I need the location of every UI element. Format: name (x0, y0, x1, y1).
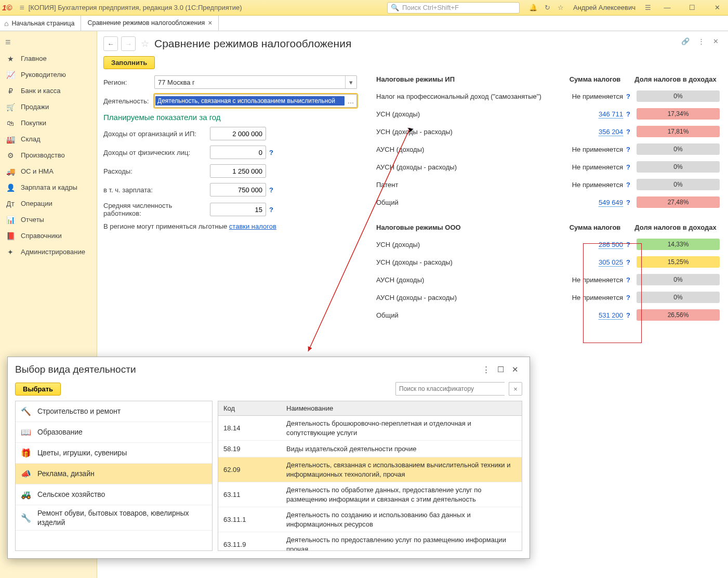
sidebar-item[interactable]: 👤Зарплата и кадры (0, 179, 97, 195)
help-icon[interactable]: ? (626, 146, 632, 153)
activity-combo[interactable]: Деятельность, связанная с использованием… (154, 94, 357, 108)
help-icon[interactable]: ? (626, 294, 632, 301)
result-row: АУСН (доходы)Не применяется?0% (376, 140, 720, 158)
global-search[interactable]: 🔍 Поиск Ctrl+Shift+F (387, 2, 520, 14)
help-icon[interactable]: ? (269, 206, 273, 214)
rates-link[interactable]: ставки налогов (229, 222, 276, 230)
nav-forward-button[interactable]: → (121, 36, 136, 51)
amount-link[interactable]: 356 204 (599, 128, 623, 136)
fill-button[interactable]: Заполнить (103, 56, 155, 69)
expenses-input[interactable] (210, 164, 266, 178)
headcount-input[interactable] (210, 203, 266, 216)
sidebar-toggle[interactable]: ≡ (0, 34, 97, 50)
result-row: Общий549 649?27,48% (376, 193, 720, 211)
settings-icon[interactable]: ☰ (645, 4, 651, 11)
star-icon[interactable]: ☆ (558, 4, 564, 11)
dropdown-icon[interactable]: ▾ (345, 76, 356, 88)
tab-compare-modes[interactable]: Сравнение режимов налогообложения × (81, 16, 219, 31)
category-item[interactable]: 🔧Ремонт обуви, бытовых товаров, ювелирны… (16, 505, 212, 531)
main-menu-icon[interactable]: ≡ (19, 3, 24, 12)
help-icon[interactable]: ? (626, 311, 632, 319)
category-list[interactable]: 🔨Строительство и ремонт📖Образование🎁Цвет… (15, 401, 213, 551)
regime-name: АУСН (доходы) (376, 276, 559, 284)
help-icon[interactable]: ? (626, 199, 632, 206)
sidebar-item-label: ОС и НМА (21, 167, 54, 175)
ind-income-input[interactable] (210, 146, 266, 159)
minimize-button[interactable]: — (658, 4, 676, 11)
sidebar-item[interactable]: 📊Отчеты (0, 212, 97, 228)
help-icon[interactable]: ? (626, 128, 632, 136)
sidebar-item[interactable]: ⚙Производство (0, 147, 97, 163)
dialog-search-input[interactable] (395, 382, 505, 396)
link-icon[interactable]: 🔗 (681, 37, 690, 45)
history-icon[interactable]: ↻ (545, 4, 550, 11)
amount-link[interactable]: 286 500 (599, 241, 623, 249)
code-row[interactable]: 18.14Деятельность брошюровочно-переплетн… (218, 416, 522, 441)
page-toolbar: ← → ☆ Сравнение режимов налогообложения (103, 36, 720, 51)
amount-link[interactable]: 346 711 (599, 110, 623, 119)
help-icon[interactable]: ? (269, 149, 273, 156)
amount-link[interactable]: 549 649 (599, 199, 623, 207)
name-cell: Деятельность по созданию и использованию… (283, 510, 522, 529)
category-item[interactable]: 🚜Сельское хозяйство (16, 484, 212, 505)
help-icon[interactable]: ? (626, 181, 632, 189)
share-bar: 0% (637, 143, 720, 155)
sidebar-item[interactable]: 🛒Продажи (0, 99, 97, 115)
bell-icon[interactable]: 🔔 (529, 4, 537, 11)
category-item[interactable]: 🔨Строительство и ремонт (16, 401, 212, 422)
code-row[interactable]: 62.09Деятельность, связанная с использов… (218, 457, 522, 482)
page-close-icon[interactable]: ✕ (713, 37, 719, 45)
result-row: УСН (доходы - расходы)356 204?17,81% (376, 123, 720, 140)
sidebar-item[interactable]: 🛍Покупки (0, 115, 97, 131)
sidebar-item-label: Администрирование (21, 248, 85, 256)
dialog-maximize-icon[interactable]: ☐ (493, 365, 508, 374)
help-icon[interactable]: ? (626, 258, 632, 266)
sidebar-item-icon: ₽ (6, 87, 15, 95)
amount-link[interactable]: 531 200 (599, 311, 623, 320)
org-income-input[interactable] (210, 127, 266, 140)
help-icon[interactable]: ? (626, 93, 632, 100)
code-table-body[interactable]: 18.14Деятельность брошюровочно-переплетн… (218, 416, 522, 550)
category-label: Сельское хозяйство (37, 490, 105, 499)
sidebar-item[interactable]: 🏭Склад (0, 131, 97, 147)
share-bar: 0% (637, 90, 720, 102)
sidebar-item[interactable]: 📕Справочники (0, 228, 97, 244)
salary-input[interactable] (210, 183, 266, 196)
help-icon[interactable]: ? (626, 241, 632, 248)
sidebar-item[interactable]: 🚚ОС и НМА (0, 163, 97, 179)
help-icon[interactable]: ? (626, 163, 632, 171)
help-icon[interactable]: ? (626, 276, 632, 284)
category-label: Строительство и ремонт (37, 406, 121, 416)
tab-home[interactable]: ⌂ Начальная страница (0, 16, 81, 31)
name-header: Наименование (283, 404, 522, 412)
dialog-select-button[interactable]: Выбрать (15, 383, 61, 396)
code-row[interactable]: 63.11.9Деятельность по предоставлению ус… (218, 532, 522, 550)
current-user[interactable]: Андрей Алексеевич (573, 4, 636, 11)
code-row[interactable]: 63.11.1Деятельность по созданию и исполь… (218, 507, 522, 532)
dialog-more-icon[interactable]: ⋮ (479, 365, 493, 374)
maximize-button[interactable]: ☐ (683, 4, 701, 11)
close-button[interactable]: ✕ (708, 4, 726, 11)
region-combo[interactable]: 77 Москва г ▾ (154, 75, 357, 89)
more-icon[interactable]: ⋮ (698, 37, 705, 45)
favorite-icon[interactable]: ☆ (141, 38, 149, 49)
nav-back-button[interactable]: ← (103, 36, 118, 51)
sidebar-item[interactable]: 📈Руководителю (0, 67, 97, 83)
category-item[interactable]: 📣Реклама, дизайн (16, 464, 212, 484)
activity-select-button[interactable]: … (345, 97, 356, 105)
help-icon[interactable]: ? (269, 186, 273, 194)
sidebar-item[interactable]: ★Главное (0, 50, 97, 67)
help-icon[interactable]: ? (626, 110, 632, 118)
tab-close-icon[interactable]: × (208, 19, 212, 27)
amount-link[interactable]: 305 025 (599, 258, 623, 267)
name-cell: Виды издательской деятельности прочие (283, 444, 522, 454)
dialog-close-icon[interactable]: ✕ (508, 365, 522, 374)
sidebar-item[interactable]: ДтОперации (0, 195, 97, 212)
sidebar-item[interactable]: ✦Администрирование (0, 244, 97, 260)
category-item[interactable]: 📖Образование (16, 422, 212, 443)
clear-search-button[interactable]: × (509, 382, 522, 396)
sidebar-item[interactable]: ₽Банк и касса (0, 83, 97, 99)
code-row[interactable]: 63.11Деятельность по обработке данных, п… (218, 482, 522, 507)
category-item[interactable]: 🎁Цветы, игрушки, сувениры (16, 443, 212, 464)
code-row[interactable]: 58.19Виды издательской деятельности проч… (218, 441, 522, 457)
